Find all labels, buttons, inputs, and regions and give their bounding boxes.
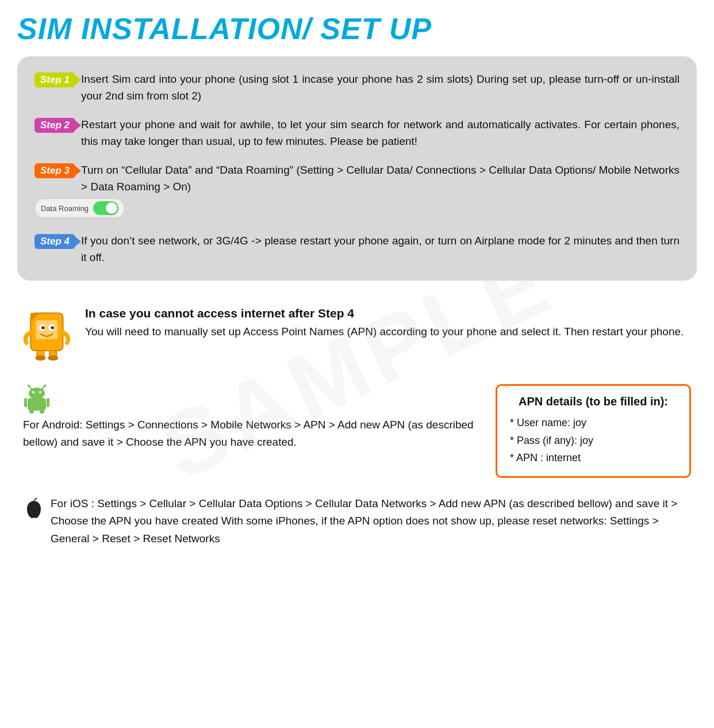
svg-rect-21	[28, 398, 46, 411]
svg-point-9	[52, 326, 53, 327]
svg-point-18	[29, 388, 45, 399]
apple-icon	[23, 496, 45, 522]
toggle-label: Data Roaming	[41, 204, 89, 213]
android-section: For Android: Settings > Connections > Mo…	[17, 384, 697, 478]
svg-rect-22	[24, 398, 27, 407]
android-text: For Android: Settings > Connections > Mo…	[23, 419, 474, 448]
apn-box-title: APN details (to be filled in):	[510, 395, 677, 408]
android-text-col: For Android: Settings > Connections > Mo…	[23, 384, 478, 451]
apn-line-2: * Pass (if any): joy	[510, 432, 677, 450]
toggle-container: Data Roaming	[34, 198, 125, 218]
steps-box: Step 1 Insert Sim card into your phone (…	[17, 56, 697, 281]
notice-section: In case you cannot access internet after…	[17, 304, 697, 361]
apn-line-1: * User name: joy	[510, 414, 677, 432]
step-2-text: Restart your phone and wait for awhile, …	[81, 117, 680, 150]
svg-point-6	[41, 326, 44, 329]
svg-point-20	[39, 391, 41, 393]
step-4-row: Step 4 If you don’t see network, or 3G/4…	[34, 233, 680, 266]
svg-rect-24	[29, 409, 34, 413]
page-title: SIM INSTALLATION/ SET UP	[17, 12, 697, 46]
notice-text: In case you cannot access internet after…	[85, 304, 684, 340]
android-header	[23, 384, 478, 414]
svg-point-7	[51, 326, 54, 329]
svg-rect-23	[47, 398, 49, 407]
svg-rect-25	[40, 409, 44, 413]
notice-heading: In case you cannot access internet after…	[85, 306, 354, 320]
ios-text-content: For iOS : Settings > Cellular > Cellular…	[51, 495, 691, 547]
data-roaming-toggle[interactable]	[93, 201, 118, 215]
sim-mascot-icon	[23, 304, 75, 361]
step-3-row: Step 3 Turn on “Cellular Data” and “Data…	[34, 162, 680, 220]
ios-section: For iOS : Settings > Cellular > Cellular…	[17, 495, 697, 547]
step-1-text: Insert Sim card into your phone (using s…	[81, 71, 680, 104]
ios-text: For iOS : Settings > Cellular > Cellular…	[51, 497, 677, 545]
notice-body: You will need to manually set up Access …	[85, 325, 684, 338]
step-4-text: If you don’t see network, or 3G/4G -> pl…	[81, 233, 680, 266]
toggle-row: Data Roaming	[34, 198, 125, 218]
svg-point-13	[48, 355, 58, 361]
apn-details-box: APN details (to be filled in): * User na…	[496, 384, 691, 478]
svg-point-8	[43, 326, 44, 327]
svg-point-19	[32, 391, 34, 393]
step-4-badge: Step 4	[34, 234, 75, 249]
svg-point-15	[28, 385, 30, 387]
step-2-badge: Step 2	[34, 118, 75, 133]
step-3-badge: Step 3	[34, 163, 75, 178]
apn-line-3: * APN : internet	[510, 449, 677, 467]
step-2-row: Step 2 Restart your phone and wait for a…	[34, 117, 680, 150]
android-icon	[23, 384, 51, 414]
svg-point-12	[35, 355, 45, 361]
step-1-badge: Step 1	[34, 72, 75, 87]
step-3-text: Turn on “Cellular Data” and “Data Roamin…	[81, 162, 680, 195]
step-1-row: Step 1 Insert Sim card into your phone (…	[34, 71, 680, 104]
svg-point-17	[44, 385, 47, 387]
